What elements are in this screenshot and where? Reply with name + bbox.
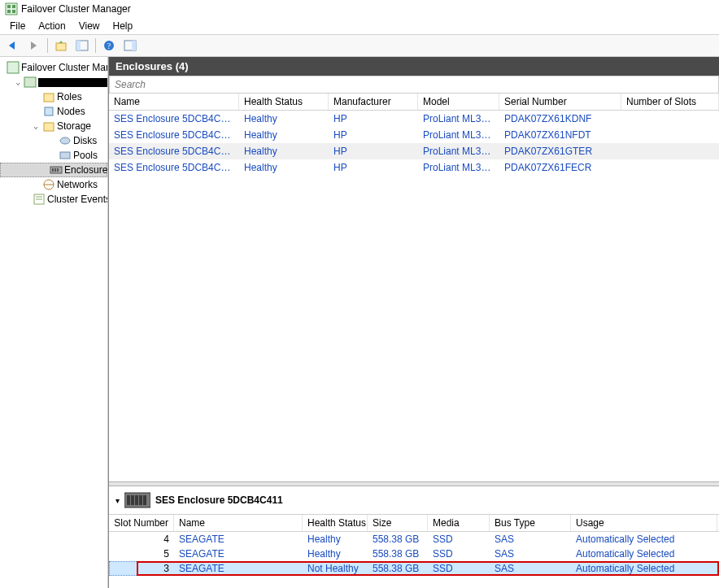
menu-action[interactable]: Action xyxy=(32,19,72,33)
detail-row[interactable]: 5 SEAGATE Healthy 558.38 GB SSD SAS Auto… xyxy=(109,547,719,561)
search-box xyxy=(109,76,719,94)
detail-list-header[interactable]: Slot Number Name Health Status Size Medi… xyxy=(109,515,719,532)
chevron-down-icon[interactable]: ▾ xyxy=(115,496,120,505)
up-button[interactable] xyxy=(51,37,71,54)
tree-roles[interactable]: Roles xyxy=(0,89,107,104)
redacted-cluster-name xyxy=(38,78,107,87)
tree-cluster[interactable]: ⌄ xyxy=(0,75,107,89)
nodes-icon xyxy=(42,105,55,118)
menu-help[interactable]: Help xyxy=(107,19,140,33)
svg-point-17 xyxy=(60,137,70,144)
col-media[interactable]: Media xyxy=(428,515,490,531)
svg-rect-29 xyxy=(127,495,130,505)
app-icon xyxy=(5,2,18,15)
refresh-button[interactable] xyxy=(120,37,140,54)
svg-rect-3 xyxy=(7,10,11,13)
svg-text:?: ? xyxy=(107,41,111,50)
storage-icon xyxy=(42,120,55,133)
table-row[interactable]: SES Enclosure 5DCB4C411... Healthy HP Pr… xyxy=(109,159,719,176)
svg-rect-13 xyxy=(24,77,36,87)
panel-header: Enclosures (4) xyxy=(109,57,719,76)
col-slot[interactable]: Slot Number xyxy=(109,515,174,531)
enclosure-icon xyxy=(124,491,150,509)
forward-button[interactable] xyxy=(24,37,44,54)
cluster-icon xyxy=(7,61,20,74)
detail-row-selected[interactable]: 3 SEAGATE Not Healthy 558.38 GB SSD SAS … xyxy=(109,561,719,576)
svg-rect-30 xyxy=(131,495,134,505)
detail-pane: ▾ SES Enclosure 5DCB4C411 Slot Number Na… xyxy=(109,486,719,588)
col-health[interactable]: Health Status xyxy=(303,515,368,531)
pools-icon xyxy=(59,149,72,162)
detail-header: ▾ SES Enclosure 5DCB4C411 xyxy=(109,486,719,514)
table-row[interactable]: SES Enclosure 5DCB4C411... Healthy HP Pr… xyxy=(109,127,719,143)
svg-rect-12 xyxy=(7,62,19,73)
tree-root[interactable]: Failover Cluster Manager xyxy=(0,60,107,75)
enclosure-listview[interactable]: Name Health Status Manufacturer Model Se… xyxy=(109,94,719,481)
title-bar: Failover Cluster Manager xyxy=(0,0,719,18)
svg-rect-11 xyxy=(132,41,136,50)
search-input[interactable] xyxy=(109,76,719,94)
tree-cluster-events[interactable]: Cluster Events xyxy=(0,192,107,207)
svg-rect-5 xyxy=(56,43,66,50)
collapse-icon[interactable]: ⌄ xyxy=(31,122,41,130)
show-hide-tree-button[interactable] xyxy=(72,37,92,54)
svg-rect-4 xyxy=(12,10,15,13)
svg-rect-21 xyxy=(54,168,56,172)
listview-body: SES Enclosure 5DCB4C411... Healthy HP Pr… xyxy=(109,111,719,481)
table-row[interactable]: SES Enclosure 5DCB4C411... Healthy HP Pr… xyxy=(109,111,719,127)
svg-rect-7 xyxy=(76,41,81,50)
tree-nodes[interactable]: Nodes xyxy=(0,104,107,119)
roles-icon xyxy=(42,90,55,103)
collapse-icon[interactable]: ⌄ xyxy=(15,78,22,86)
tree-networks[interactable]: Networks xyxy=(0,177,107,192)
toolbar: ? xyxy=(0,34,719,57)
window-title: Failover Cluster Manager xyxy=(21,3,131,15)
col-usage[interactable]: Usage xyxy=(571,515,717,531)
listview-header[interactable]: Name Health Status Manufacturer Model Se… xyxy=(109,94,719,111)
svg-rect-2 xyxy=(12,5,15,8)
tree-panel[interactable]: Failover Cluster Manager ⌄ Roles Nodes ⌄… xyxy=(0,57,108,588)
help-button[interactable]: ? xyxy=(99,37,119,54)
detail-title: SES Enclosure 5DCB4C411 xyxy=(155,494,283,506)
svg-rect-22 xyxy=(57,168,59,172)
menu-file[interactable]: File xyxy=(3,19,32,33)
disks-icon xyxy=(59,134,72,147)
menu-view[interactable]: View xyxy=(72,19,107,33)
svg-rect-1 xyxy=(7,5,11,8)
col-size[interactable]: Size xyxy=(368,515,428,531)
svg-rect-16 xyxy=(44,123,54,131)
detail-list[interactable]: Slot Number Name Health Status Size Medi… xyxy=(109,514,719,588)
menu-bar: File Action View Help xyxy=(0,18,719,34)
col-health[interactable]: Health Status xyxy=(239,94,329,110)
svg-rect-18 xyxy=(60,152,70,159)
back-button[interactable] xyxy=(3,37,23,54)
col-serial[interactable]: Serial Number xyxy=(499,94,621,110)
table-row[interactable]: SES Enclosure 5DCB4C411... Healthy HP Pr… xyxy=(109,143,719,159)
tree-pools[interactable]: Pools xyxy=(0,148,107,163)
svg-rect-31 xyxy=(135,495,138,505)
tree-disks[interactable]: Disks xyxy=(0,133,107,148)
enclosures-icon xyxy=(50,163,63,176)
networks-icon xyxy=(42,178,55,191)
col-bus[interactable]: Bus Type xyxy=(490,515,571,531)
tree-enclosures[interactable]: Enclosures xyxy=(0,163,107,177)
svg-rect-33 xyxy=(143,495,146,505)
svg-rect-14 xyxy=(44,94,54,102)
col-name[interactable]: Name xyxy=(109,94,239,110)
tree-storage[interactable]: ⌄ Storage xyxy=(0,119,107,133)
svg-rect-32 xyxy=(139,495,142,505)
detail-row[interactable]: 4 SEAGATE Healthy 558.38 GB SSD SAS Auto… xyxy=(109,532,719,547)
col-model[interactable]: Model xyxy=(418,94,499,110)
col-manufacturer[interactable]: Manufacturer xyxy=(329,94,418,110)
col-slots[interactable]: Number of Slots xyxy=(621,94,719,110)
svg-rect-20 xyxy=(52,168,54,172)
svg-rect-15 xyxy=(45,107,53,115)
events-icon xyxy=(33,193,46,206)
server-icon xyxy=(24,76,37,89)
col-name[interactable]: Name xyxy=(174,515,303,531)
main-area: Failover Cluster Manager ⌄ Roles Nodes ⌄… xyxy=(0,57,719,588)
content-panel: Enclosures (4) Name Health Status Manufa… xyxy=(108,57,719,588)
